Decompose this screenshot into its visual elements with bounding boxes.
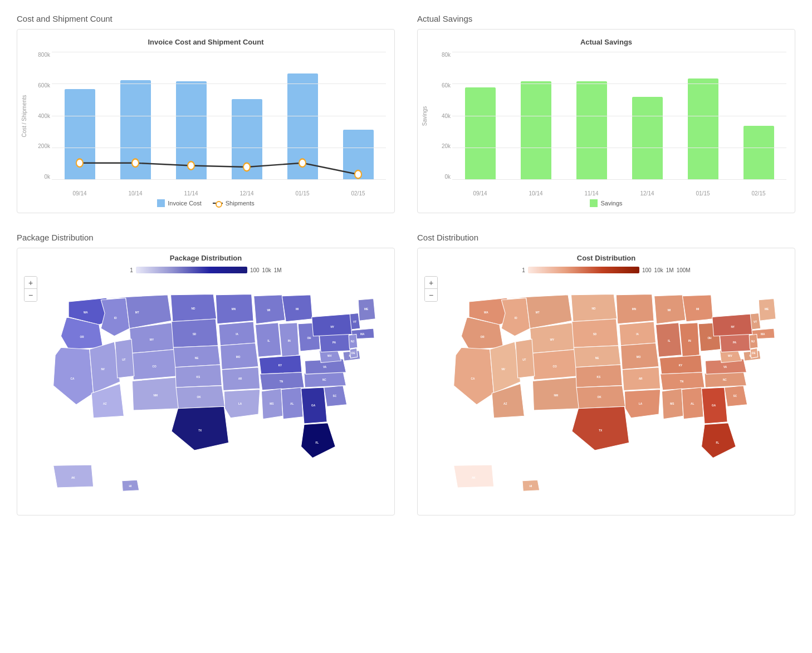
cost-dist-title: Cost Distribution [417, 233, 795, 242]
x-labels-cost: 09/14 10/14 11/14 12/14 01/15 02/15 [52, 190, 386, 197]
actual-savings-chart-title: Actual Savings [423, 38, 789, 46]
savings-color [590, 199, 598, 207]
package-usa-map: WA OR CA ID NV AZ MT [23, 279, 389, 508]
cost-shipment-chart-title: Invoice Cost and Shipment Count [23, 38, 389, 46]
savings-legend: Savings [423, 199, 789, 207]
savings-label: Savings [600, 200, 622, 207]
cost-dist-chart-title: Cost Distribution [423, 254, 789, 262]
bars-savings [452, 52, 786, 180]
cost-zoom-out[interactable]: − [425, 289, 437, 301]
actual-savings-title: Actual Savings [417, 14, 795, 23]
cost-dist-panel: Cost Distribution Cost Distribution 1 10… [406, 224, 806, 527]
invoice-cost-legend: Invoice Cost [157, 199, 202, 207]
svg-point-3 [243, 163, 250, 171]
cost-zoom-controls: + − [424, 276, 438, 302]
x-labels-savings: 09/14 10/14 11/14 12/14 01/15 02/15 [452, 190, 786, 197]
actual-savings-panel: Actual Savings Actual Savings Savings 80… [406, 6, 806, 224]
dashboard: Cost and Shipment Count Invoice Cost and… [0, 0, 812, 532]
invoice-cost-color [157, 199, 165, 207]
svg-point-0 [76, 159, 83, 167]
cost-usa-map: WA OR CA ID NV AZ MT [423, 279, 789, 508]
svg-point-1 [132, 159, 139, 167]
actual-savings-chart: Actual Savings Savings 80k 60k 40k 20k 0… [417, 29, 795, 213]
svg-point-4 [299, 159, 306, 167]
cost-shipment-panel: Cost and Shipment Count Invoice Cost and… [6, 6, 406, 224]
package-dist-panel: Package Distribution Package Distributio… [6, 224, 406, 527]
package-gradient [136, 267, 247, 273]
savings-legend-item: Savings [590, 199, 622, 207]
invoice-cost-label: Invoice Cost [168, 200, 202, 207]
bars-area-cost [52, 52, 386, 180]
cost-shipment-legend: Invoice Cost Shipments [23, 199, 389, 207]
cost-zoom-in[interactable]: + [425, 277, 437, 289]
cost-dist-legend: 1 100 10k 1M 100M [423, 267, 789, 273]
svg-point-2 [188, 161, 194, 170]
cost-shipment-chart: Invoice Cost and Shipment Count Cost / S… [17, 29, 395, 213]
shipments-line [52, 52, 386, 180]
cost-gradient [528, 267, 639, 273]
y-axis-label-cost: Cost / Shipments [21, 95, 27, 137]
package-zoom-out[interactable]: − [25, 289, 37, 301]
package-dist-map-container: Package Distribution 1 100 10k 1M + − WA [17, 248, 395, 515]
package-dist-chart-title: Package Distribution [23, 254, 389, 262]
y-axis-label-savings: Savings [422, 106, 428, 126]
shipments-legend: Shipments [213, 199, 255, 207]
y-ticks-cost: 800k 600k 400k 200k 0k [31, 52, 50, 180]
package-dist-title: Package Distribution [17, 233, 395, 242]
package-zoom-controls: + − [24, 276, 37, 302]
cost-dist-map-container: Cost Distribution 1 100 10k 1M 100M + − … [417, 248, 795, 515]
package-dist-legend: 1 100 10k 1M [23, 267, 389, 273]
shipments-label: Shipments [226, 200, 255, 207]
shipments-line-icon [213, 203, 223, 204]
bars-area-savings [452, 52, 786, 180]
package-zoom-in[interactable]: + [25, 277, 37, 289]
cost-shipment-title: Cost and Shipment Count [17, 14, 395, 23]
svg-point-5 [355, 170, 361, 179]
y-ticks-savings: 80k 60k 40k 20k 0k [431, 52, 451, 180]
